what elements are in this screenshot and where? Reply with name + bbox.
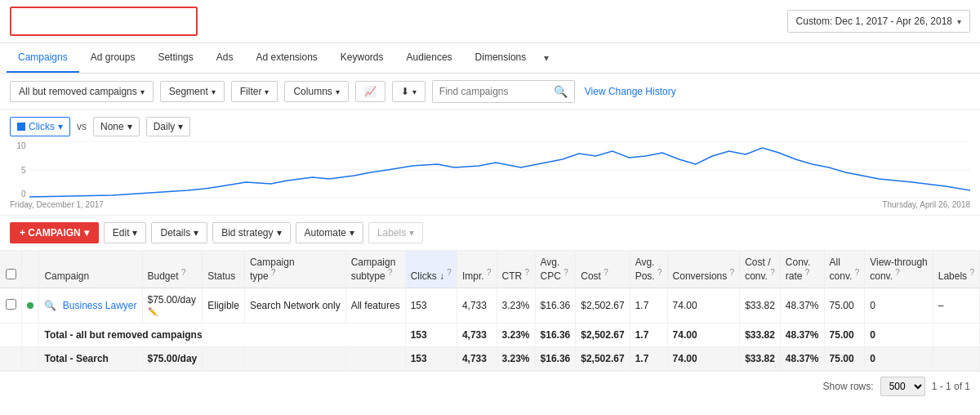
select-all-checkbox[interactable] — [6, 269, 16, 279]
all-campaigns-filter-button[interactable]: All but removed campaigns ▾ — [10, 81, 154, 102]
th-campaign[interactable]: Campaign — [39, 251, 142, 288]
labels-arrow-icon: ▾ — [409, 227, 414, 239]
edit-button[interactable]: Edit ▾ — [104, 222, 147, 243]
conv-rate-help-icon[interactable]: ? — [805, 268, 810, 277]
all-conv-help-icon[interactable]: ? — [855, 268, 860, 277]
date-range-button[interactable]: Custom: Dec 1, 2017 - Apr 26, 2018 ▾ — [787, 10, 970, 33]
segment-button[interactable]: Segment ▾ — [160, 81, 225, 102]
tab-settings[interactable]: Settings — [146, 43, 204, 73]
th-impr[interactable]: Impr. ? — [457, 251, 497, 288]
bid-strategy-label: Bid strategy — [221, 227, 273, 239]
total2-cost-conv: $33.82 — [740, 347, 781, 371]
th-conversions[interactable]: Conversions ? — [667, 251, 740, 288]
total2-avg-pos: 1.7 — [630, 347, 667, 371]
columns-arrow-icon: ▾ — [336, 87, 340, 96]
daily-arrow-icon: ▾ — [178, 121, 183, 132]
y-label-10: 10 — [10, 141, 26, 150]
tab-ads[interactable]: Ads — [205, 43, 245, 73]
details-button[interactable]: Details ▾ — [151, 222, 207, 243]
y-label-0: 0 — [10, 190, 26, 199]
th-all-conv[interactable]: Allconv. ? — [824, 251, 865, 288]
actions-row: + CAMPAIGN ▾ Edit ▾ Details ▾ Bid strate… — [0, 216, 980, 251]
campaign-type-help-icon[interactable]: ? — [271, 268, 276, 277]
tab-campaigns[interactable]: Campaigns — [7, 43, 79, 73]
nav-tabs-more[interactable]: ▾ — [537, 44, 555, 72]
none-metric-button[interactable]: None ▾ — [93, 117, 140, 136]
clicks-help-icon[interactable]: ? — [447, 268, 452, 277]
ctr-help-icon[interactable]: ? — [525, 268, 530, 277]
th-cost[interactable]: Cost ? — [576, 251, 630, 288]
chart-controls: Clicks ▾ vs None ▾ Daily ▾ — [10, 117, 970, 136]
search-icon-button[interactable]: 🔍 — [547, 81, 574, 102]
chart-icon: 📈 — [364, 86, 376, 97]
total2-all-conv: 75.00 — [824, 347, 865, 371]
th-avg-cpc[interactable]: Avg.CPC ? — [535, 251, 576, 288]
tab-dimensions[interactable]: Dimensions — [464, 43, 538, 73]
tab-audiences[interactable]: Audiences — [395, 43, 464, 73]
add-campaign-button[interactable]: + CAMPAIGN ▾ — [10, 222, 99, 243]
th-view-through[interactable]: View-throughconv. ? — [865, 251, 933, 288]
impr-help-icon[interactable]: ? — [487, 268, 492, 277]
th-labels[interactable]: Labels ? — [933, 251, 979, 288]
filter-button[interactable]: Filter ▾ — [231, 81, 278, 102]
total2-dot — [22, 347, 39, 371]
total1-cost-conv: $33.82 — [740, 324, 781, 347]
columns-label: Columns — [293, 86, 332, 97]
chart-toggle-button[interactable]: 📈 — [355, 81, 385, 102]
th-budget[interactable]: Budget ? — [142, 251, 203, 288]
campaign-subtype-help-icon[interactable]: ? — [388, 268, 393, 277]
th-avg-pos[interactable]: Avg.Pos. ? — [630, 251, 667, 288]
columns-button[interactable]: Columns ▾ — [284, 81, 348, 102]
date-range-label: Custom: Dec 1, 2017 - Apr 26, 2018 — [796, 16, 952, 27]
cost-conv-help-icon[interactable]: ? — [770, 268, 775, 277]
total2-cost: $2,502.67 — [576, 347, 630, 371]
row-view-through: 0 — [865, 288, 933, 324]
edit-arrow-icon: ▾ — [132, 227, 137, 239]
view-through-help-icon[interactable]: ? — [895, 268, 900, 277]
total1-conv-rate: 48.37% — [780, 324, 824, 347]
row-campaign-subtype: All features — [345, 288, 405, 324]
none-arrow-icon: ▾ — [127, 121, 132, 132]
total2-checkbox — [0, 347, 22, 371]
view-history-link[interactable]: View Change History — [585, 86, 676, 97]
add-campaign-arrow-icon: ▾ — [84, 227, 89, 239]
labels-button[interactable]: Labels ▾ — [368, 222, 423, 243]
tab-keywords[interactable]: Keywords — [329, 43, 395, 73]
search-box-outline — [10, 7, 198, 36]
conversions-help-icon[interactable]: ? — [730, 268, 735, 277]
row-impr: 4,733 — [457, 288, 497, 324]
daily-period-button[interactable]: Daily ▾ — [146, 117, 191, 136]
th-campaign-type[interactable]: Campaigntype ? — [244, 251, 345, 288]
th-campaign-subtype[interactable]: Campaignsubtype ? — [345, 251, 405, 288]
tab-ad-groups[interactable]: Ad groups — [79, 43, 147, 73]
budget-help-icon[interactable]: ? — [181, 268, 186, 277]
show-rows-select[interactable]: 500 100 200 — [880, 377, 925, 396]
search-campaigns-input[interactable] — [433, 82, 547, 101]
row-select-checkbox[interactable] — [6, 299, 16, 310]
download-button[interactable]: ⬇ ▾ — [392, 81, 425, 102]
automate-button[interactable]: Automate ▾ — [296, 222, 363, 243]
labels-help-icon[interactable]: ? — [969, 268, 974, 277]
tab-ad-extensions[interactable]: Ad extensions — [244, 43, 328, 73]
segment-label: Segment — [169, 86, 208, 97]
clicks-metric-button[interactable]: Clicks ▾ — [10, 117, 70, 136]
budget-edit-icon[interactable]: ✏️ — [148, 307, 158, 316]
th-checkbox — [0, 251, 22, 288]
vs-label: vs — [77, 121, 87, 132]
th-ctr[interactable]: CTR ? — [497, 251, 535, 288]
row-avg-cpc: $16.36 — [535, 288, 576, 324]
campaign-link[interactable]: Business Lawyer — [63, 300, 137, 311]
total1-avg-cpc: $16.36 — [535, 324, 576, 347]
th-status[interactable]: Status — [203, 251, 245, 288]
avg-pos-help-icon[interactable]: ? — [657, 268, 662, 277]
total1-all-conv: 75.00 — [824, 324, 865, 347]
th-cost-conv[interactable]: Cost /conv. ? — [740, 251, 781, 288]
avg-cpc-help-icon[interactable]: ? — [564, 268, 568, 277]
total-row-1: Total - all but removed campaigns 153 4,… — [0, 324, 980, 347]
th-conv-rate[interactable]: Conv.rate ? — [780, 251, 824, 288]
download-arrow-icon: ▾ — [412, 87, 416, 96]
th-clicks[interactable]: Clicks ↓ ? — [405, 251, 457, 288]
bid-strategy-button[interactable]: Bid strategy ▾ — [212, 222, 290, 243]
cost-help-icon[interactable]: ? — [604, 268, 608, 277]
details-label: Details — [160, 227, 190, 239]
